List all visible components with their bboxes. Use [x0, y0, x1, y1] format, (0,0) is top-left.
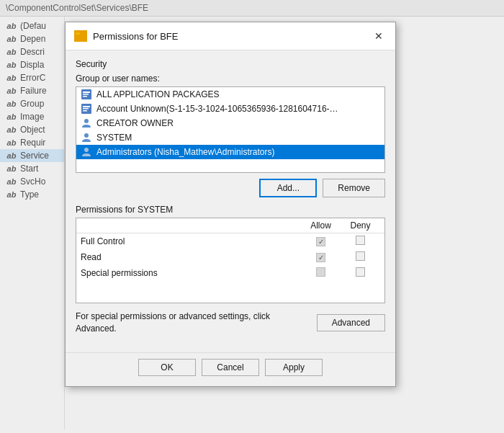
user-list-item[interactable]: ALL APPLICATION PACKAGES: [76, 87, 384, 102]
advanced-button[interactable]: Advanced: [317, 314, 385, 331]
read-allow-checkbox[interactable]: [316, 253, 325, 262]
security-section-label: Security: [76, 59, 385, 69]
permissions-dialog: Permissions for BFE ✕ Security Group or …: [65, 22, 396, 387]
svg-point-11: [84, 133, 89, 138]
group-user-label: Group or user names:: [76, 73, 385, 84]
permissions-section-label: Permissions for SYSTEM: [76, 205, 385, 215]
add-remove-row: Add... Remove: [76, 179, 385, 197]
dialog-footer: OK Cancel Apply: [66, 352, 395, 386]
svg-rect-5: [83, 96, 87, 97]
svg-rect-9: [83, 110, 87, 112]
creator-owner-icon: [81, 117, 92, 129]
user-list-item[interactable]: CREATOR OWNER: [76, 116, 384, 130]
dialog-titlebar: Permissions for BFE ✕: [66, 22, 395, 50]
dialog-title: Permissions for BFE: [74, 30, 178, 42]
apply-button[interactable]: Apply: [265, 359, 323, 376]
svg-rect-8: [83, 108, 89, 110]
permissions-table: Allow Deny Full Control Read: [76, 218, 385, 303]
dialog-body: Security Group or user names: ALL APPLIC…: [66, 50, 395, 352]
ok-button[interactable]: OK: [138, 359, 196, 376]
permissions-table-header: Allow Deny: [76, 218, 384, 233]
advanced-description: For special permissions or advanced sett…: [76, 311, 277, 335]
svg-rect-1: [76, 32, 80, 35]
user-list-item[interactable]: Account Unknown(S-1-15-3-1024-1065365936…: [76, 102, 384, 116]
perm-row-special: Special permissions: [76, 265, 384, 281]
add-button[interactable]: Add...: [259, 179, 317, 197]
svg-rect-7: [83, 106, 90, 107]
folder-icon: [74, 30, 87, 42]
perm-row-read: Read: [76, 249, 384, 265]
cancel-button[interactable]: Cancel: [202, 359, 259, 376]
fullcontrol-deny-checkbox[interactable]: [356, 236, 365, 245]
perm-row-fullcontrol: Full Control: [76, 233, 384, 249]
user-list-item-administrators[interactable]: Administrators (Nisha_Mathew\Administrat…: [76, 145, 384, 159]
svg-point-10: [84, 119, 89, 123]
app-packages-icon: [81, 89, 92, 100]
system-icon: [81, 132, 92, 143]
dialog-close-button[interactable]: ✕: [371, 28, 387, 44]
special-allow-checkbox[interactable]: [316, 267, 325, 277]
svg-rect-4: [83, 94, 89, 95]
user-listbox[interactable]: ALL APPLICATION PACKAGES Account Unknown…: [76, 86, 385, 173]
svg-rect-0: [76, 34, 86, 40]
remove-button[interactable]: Remove: [323, 179, 385, 197]
read-deny-checkbox[interactable]: [356, 251, 365, 261]
perm-table-empty-space: [76, 281, 384, 303]
svg-rect-3: [83, 91, 90, 93]
advanced-row: For special permissions or advanced sett…: [76, 311, 385, 335]
unknown-account-icon: [81, 103, 92, 115]
fullcontrol-allow-checkbox[interactable]: [316, 237, 325, 246]
administrators-icon: [81, 146, 92, 158]
user-list-item[interactable]: SYSTEM: [76, 130, 384, 145]
svg-point-12: [84, 148, 89, 152]
special-deny-checkbox[interactable]: [356, 267, 365, 277]
